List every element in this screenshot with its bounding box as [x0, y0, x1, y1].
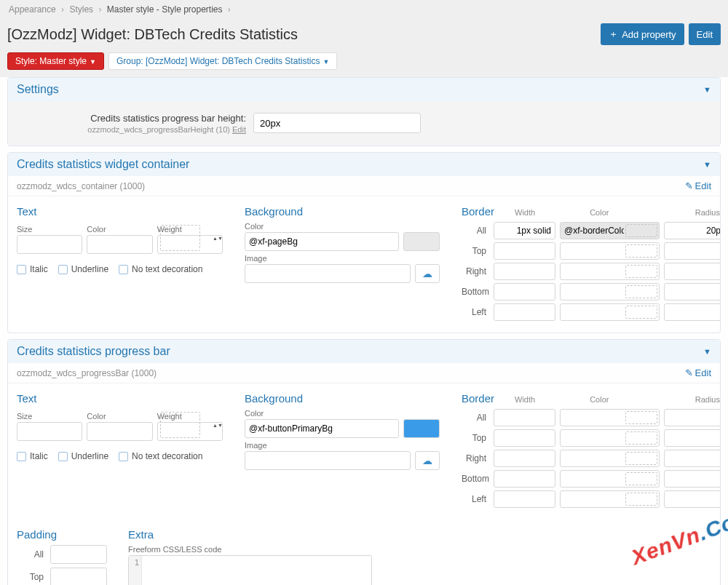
border-right-width-input[interactable] — [494, 450, 555, 467]
italic-checkbox[interactable]: Italic — [17, 451, 48, 461]
pencil-icon: ✎ — [685, 367, 693, 378]
border-section-title: Border — [462, 205, 494, 218]
padding-top-input[interactable] — [50, 568, 107, 585]
container-edit-link[interactable]: ✎ Edit — [685, 180, 711, 191]
bg-image-label: Image — [245, 441, 440, 450]
crumb-styles[interactable]: Styles — [69, 4, 93, 15]
crumb-appearance[interactable]: Appearance — [9, 4, 56, 15]
text-size-input[interactable] — [17, 422, 82, 441]
underline-checkbox[interactable]: Underline — [58, 264, 108, 274]
bg-color-swatch[interactable] — [403, 419, 440, 438]
chevron-right-icon: › — [98, 4, 103, 15]
no-text-decoration-checkbox[interactable]: No text decoration — [119, 451, 202, 461]
border-top-width-input[interactable] — [494, 429, 555, 447]
upload-image-button[interactable]: ☁ — [415, 451, 440, 470]
border-bottom-radius-input[interactable] — [664, 470, 721, 488]
border-left-color-input[interactable] — [560, 490, 660, 508]
border-left-radius-input[interactable] — [664, 303, 721, 321]
underline-checkbox[interactable]: Underline — [58, 451, 108, 461]
chevron-down-icon: ▼ — [703, 85, 711, 94]
border-top-color-input[interactable] — [560, 242, 660, 260]
border-top-width-input[interactable] — [494, 242, 555, 260]
border-bottom-label: Bottom — [462, 287, 489, 297]
bg-image-label: Image — [245, 254, 440, 263]
border-bottom-radius-input[interactable] — [664, 283, 721, 301]
group-selector-tab[interactable]: Group: [OzzModz] Widget: DBTech Credits … — [108, 52, 337, 70]
border-bottom-width-input[interactable] — [494, 470, 555, 488]
border-left-width-input[interactable] — [494, 490, 555, 508]
container-header[interactable]: Credits statistics widget container ▼ — [8, 153, 720, 176]
border-left-width-input[interactable] — [494, 303, 555, 321]
edit-button[interactable]: Edit — [689, 23, 721, 45]
border-all-radius-input[interactable] — [664, 222, 721, 239]
caret-down-icon: ▼ — [90, 58, 96, 65]
border-right-radius-input[interactable] — [664, 263, 721, 280]
settings-header[interactable]: Settings ▼ — [8, 78, 720, 101]
border-bottom-color-input[interactable] — [560, 470, 660, 488]
border-all-width-input[interactable] — [494, 222, 555, 239]
progress-header[interactable]: Credits statistics progress bar ▼ — [8, 340, 720, 363]
border-bottom-label: Bottom — [462, 474, 489, 484]
bg-color-input[interactable] — [245, 232, 399, 251]
bg-color-input[interactable] — [245, 419, 399, 438]
upload-icon: ☁ — [422, 455, 432, 466]
chevron-right-icon: › — [61, 4, 66, 15]
progress-title: Credits statistics progress bar — [17, 345, 170, 358]
chevron-down-icon: ▼ — [703, 347, 711, 356]
border-right-color-input[interactable] — [560, 263, 660, 280]
border-right-label: Right — [462, 453, 489, 463]
border-top-color-input[interactable] — [560, 429, 660, 447]
padding-all-input[interactable] — [50, 545, 107, 564]
background-section-title: Background — [245, 392, 440, 405]
italic-checkbox[interactable]: Italic — [17, 264, 48, 274]
bg-image-input[interactable] — [245, 451, 411, 470]
border-all-color-input[interactable] — [560, 409, 660, 426]
border-left-color-input[interactable] — [560, 303, 660, 321]
border-top-radius-input[interactable] — [664, 242, 721, 260]
crumb-current[interactable]: Master style - Style properties — [107, 4, 223, 15]
settings-title: Settings — [17, 83, 59, 96]
border-all-color-input[interactable] — [560, 222, 660, 239]
border-top-radius-input[interactable] — [664, 429, 721, 447]
progress-bar-height-input[interactable] — [253, 113, 421, 133]
padding-all-label: All — [17, 549, 46, 560]
pencil-icon: ✎ — [685, 180, 693, 191]
text-section-title: Text — [17, 392, 223, 405]
border-all-width-input[interactable] — [494, 409, 555, 426]
progress-edit-link[interactable]: ✎ Edit — [685, 367, 711, 378]
upload-image-button[interactable]: ☁ — [415, 264, 440, 283]
border-bottom-color-input[interactable] — [560, 283, 660, 301]
border-radius-header: Radius — [695, 395, 720, 404]
padding-section-title: Padding — [17, 528, 108, 541]
background-section-title: Background — [245, 205, 440, 218]
setting-id: ozzmodz_wdcs_progressBarHeight (10) — [87, 125, 230, 134]
no-text-decoration-checkbox[interactable]: No text decoration — [119, 264, 202, 274]
upload-icon: ☁ — [422, 268, 432, 279]
bg-image-input[interactable] — [245, 264, 411, 283]
stepper-icon: ▲▼ — [213, 410, 221, 440]
freeform-label: Freeform CSS/LESS code — [128, 545, 372, 554]
add-property-button[interactable]: ＋Add property — [601, 23, 684, 45]
border-bottom-width-input[interactable] — [494, 283, 555, 301]
freeform-css-editor[interactable]: 1 — [128, 555, 372, 585]
text-color-input[interactable] — [87, 235, 152, 254]
setting-edit-link[interactable]: Edit — [232, 125, 246, 134]
border-color-header: Color — [590, 395, 675, 404]
border-right-width-input[interactable] — [494, 263, 555, 280]
bg-color-swatch[interactable] — [403, 232, 440, 251]
text-size-input[interactable] — [17, 235, 82, 254]
style-selector-tab[interactable]: Style: Master style▼ — [7, 52, 104, 70]
line-number: 1 — [129, 556, 142, 585]
text-color-input[interactable] — [87, 422, 152, 441]
border-all-radius-input[interactable] — [664, 409, 721, 426]
border-left-radius-input[interactable] — [664, 490, 721, 508]
text-section-title: Text — [17, 205, 223, 218]
settings-panel: Settings ▼ Credits statistics progress b… — [7, 77, 721, 146]
border-right-label: Right — [462, 266, 489, 276]
border-right-radius-input[interactable] — [664, 450, 721, 467]
border-left-label: Left — [462, 494, 489, 504]
color-label: Color — [87, 412, 152, 421]
border-color-header: Color — [590, 208, 675, 217]
chevron-right-icon: › — [228, 4, 231, 15]
border-right-color-input[interactable] — [560, 450, 660, 467]
